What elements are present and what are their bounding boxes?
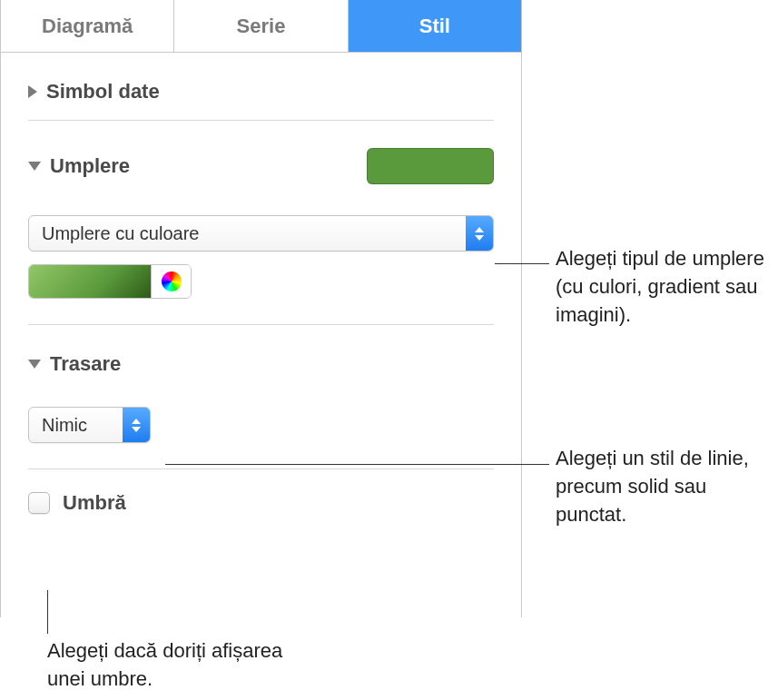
section-umbra: Umbră (1, 469, 521, 515)
disclosure-closed-icon (28, 85, 37, 98)
shadow-checkbox[interactable] (28, 492, 50, 514)
fill-type-popup[interactable]: Umplere cu culoare (28, 215, 494, 251)
popup-arrows-icon (123, 408, 150, 442)
tab-diagram[interactable]: Diagramă (1, 0, 174, 52)
trasare-header[interactable]: Trasare (28, 325, 494, 392)
umbra-title: Umbră (63, 491, 126, 515)
color-picker-button[interactable] (151, 265, 191, 298)
stroke-style-popup[interactable]: Nimic (28, 407, 151, 443)
stroke-style-label: Nimic (29, 415, 123, 436)
tabbar: Diagramă Serie Stil (1, 0, 521, 53)
fill-color-controls (28, 264, 192, 299)
color-wheel-icon (162, 271, 182, 291)
fill-gradient-swatch[interactable] (29, 265, 151, 298)
popup-arrows-icon (466, 216, 493, 251)
simbol-date-title: Simbol date (46, 80, 160, 104)
section-umplere: Umplere Umplere cu culoare (1, 121, 521, 324)
fill-color-swatch[interactable] (367, 148, 494, 184)
callout-line (495, 263, 549, 264)
simbol-date-header[interactable]: Simbol date (28, 53, 494, 120)
fill-type-label: Umplere cu culoare (29, 223, 466, 244)
disclosure-open-icon (28, 162, 41, 171)
trasare-title: Trasare (50, 352, 121, 376)
tab-stil[interactable]: Stil (349, 0, 521, 52)
style-panel: Diagramă Serie Stil Simbol date Umplere … (0, 0, 522, 617)
disclosure-open-icon (28, 360, 41, 369)
callout-line (165, 464, 549, 465)
section-trasare: Trasare Nimic (1, 325, 521, 468)
umplere-header[interactable]: Umplere (28, 154, 130, 178)
annotation-stroke: Alegeți un stil de linie, precum solid s… (556, 445, 764, 528)
callout-line (47, 590, 48, 634)
umplere-title: Umplere (50, 154, 130, 178)
annotation-shadow: Alegeți dacă doriți afișarea unei umbre. (47, 637, 283, 694)
annotation-fill: Alegeți tipul de umplere (cu culori, gra… (556, 245, 764, 329)
tab-serie[interactable]: Serie (174, 0, 348, 52)
section-simbol-date: Simbol date (1, 53, 521, 120)
